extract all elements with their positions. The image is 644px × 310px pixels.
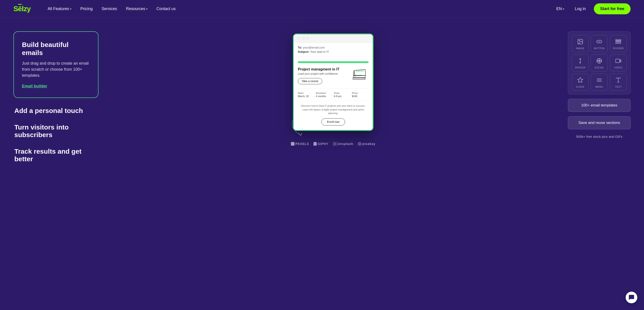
svg-line-2 bbox=[356, 70, 364, 71]
widget-spacer[interactable]: SPACER bbox=[572, 54, 588, 71]
unsplash-logo: Unsplash bbox=[333, 142, 353, 146]
course-title: Project managment in IT bbox=[298, 67, 348, 71]
heading-personal-touch: Add a personal touch bbox=[14, 107, 98, 114]
svg-line-3 bbox=[356, 71, 364, 72]
widget-icons[interactable]: ICONS bbox=[572, 74, 588, 91]
widget-image[interactable]: IMAGE bbox=[572, 35, 588, 52]
chevron-down-icon: ▾ bbox=[563, 7, 564, 10]
icons-icon bbox=[576, 76, 584, 84]
course-details: Start March, 20 Duration 4 months Time 6… bbox=[298, 92, 368, 97]
widget-grid: IMAGE BUTTON DIVIDER SPACER bbox=[568, 31, 630, 94]
spacer-icon bbox=[576, 57, 584, 65]
heading-track: Track results and get better bbox=[14, 148, 98, 163]
templates-button[interactable]: 100+ email templates bbox=[568, 99, 630, 112]
email-builder-card: Build beautiful emails Just drag and dro… bbox=[14, 31, 98, 98]
start-free-button[interactable]: Start for free bbox=[594, 3, 630, 14]
course-section: Project managment in IT Lead your projec… bbox=[298, 67, 368, 84]
traffic-dot-1 bbox=[298, 37, 300, 40]
navbar: Sēlzy All Features ▾ Pricing Services Re… bbox=[0, 0, 644, 18]
card-title: Build beautiful emails bbox=[22, 41, 90, 57]
email-subject: Subject: Your start in IT bbox=[298, 50, 368, 53]
nav-item-pricing[interactable]: Pricing bbox=[77, 5, 96, 13]
giphy-logo: GIPHY bbox=[314, 142, 328, 146]
button-icon bbox=[595, 37, 603, 46]
nav-item-services[interactable]: Services bbox=[98, 5, 120, 13]
widget-button[interactable]: BUTTON bbox=[591, 35, 608, 52]
svg-rect-21 bbox=[616, 59, 620, 63]
svg-point-12 bbox=[579, 40, 580, 41]
detail-duration: Duration 4 months bbox=[316, 92, 333, 97]
widget-menu[interactable]: MENU bbox=[591, 74, 608, 91]
login-button[interactable]: Log in bbox=[571, 5, 590, 13]
svg-rect-7 bbox=[314, 142, 317, 146]
chevron-down-icon: ▾ bbox=[70, 7, 72, 10]
course-subtitle: Lead your project with confidence bbox=[298, 72, 348, 75]
card-description: Just drag and drop to create an email fr… bbox=[22, 60, 90, 78]
email-builder-link[interactable]: Email builder bbox=[22, 84, 90, 89]
nav-item-contact[interactable]: Contact us bbox=[153, 5, 179, 13]
svg-rect-16 bbox=[616, 41, 621, 41]
take-course-button[interactable]: Take a course bbox=[298, 78, 322, 84]
social-icon bbox=[595, 57, 603, 65]
detail-price: Price $160 bbox=[352, 92, 369, 97]
email-header: To: your@email.com Subject: Your start i… bbox=[294, 43, 372, 57]
save-reuse-button[interactable]: Save and reuse sections bbox=[568, 116, 630, 129]
video-icon bbox=[614, 57, 622, 65]
language-selector[interactable]: EN ▾ bbox=[554, 5, 567, 13]
traffic-dot-3 bbox=[306, 37, 309, 40]
stock-pics-label: 500k+ free stock pics and GIFs bbox=[568, 135, 630, 138]
svg-rect-6 bbox=[292, 143, 293, 145]
svg-marker-23 bbox=[578, 77, 583, 82]
email-to: To: your@email.com bbox=[298, 46, 368, 49]
logo[interactable]: Sēlzy bbox=[14, 5, 31, 13]
left-panel: Build beautiful emails Just drag and dro… bbox=[14, 31, 98, 301]
traffic-dot-2 bbox=[302, 37, 304, 40]
nav-links: All Features ▾ Pricing Services Resource… bbox=[44, 5, 554, 13]
nav-right: EN ▾ Log in Start for free bbox=[554, 3, 630, 14]
text-icon bbox=[614, 76, 622, 84]
svg-point-9 bbox=[358, 142, 361, 145]
svg-point-10 bbox=[359, 143, 360, 144]
detail-start: Start March, 20 bbox=[298, 92, 314, 97]
nav-item-all-features[interactable]: All Features ▾ bbox=[44, 5, 75, 13]
widget-video[interactable]: VIDEO bbox=[610, 54, 627, 71]
right-panel: IMAGE BUTTON DIVIDER SPACER bbox=[568, 31, 630, 301]
email-divider bbox=[298, 88, 368, 89]
email-green-bar bbox=[298, 61, 368, 63]
divider-icon bbox=[614, 37, 622, 46]
svg-rect-15 bbox=[616, 39, 621, 41]
svg-rect-0 bbox=[353, 78, 365, 79]
nav-item-resources[interactable]: Resources ▾ bbox=[122, 5, 151, 13]
pixabay-logo: pixabay bbox=[358, 142, 376, 146]
email-mockup-wrapper: To: your@email.com Subject: Your start i… bbox=[293, 33, 374, 131]
main-content: Build beautiful emails Just drag and dro… bbox=[0, 18, 644, 310]
center-bottom: PEXELS GIPHY Unsplash pixabay bbox=[108, 138, 559, 146]
menu-icon bbox=[595, 76, 603, 84]
detail-time: Time 6-8 pm bbox=[334, 92, 351, 97]
heading-visitors: Turn visitors into subscribers bbox=[14, 123, 98, 139]
email-title-bar bbox=[294, 34, 372, 43]
svg-rect-17 bbox=[616, 42, 621, 44]
enroll-button[interactable]: Enroll now bbox=[321, 118, 345, 125]
chat-bubble-button[interactable] bbox=[626, 292, 637, 303]
pexels-logo: PEXELS bbox=[291, 142, 309, 146]
center-panel: To: your@email.com Subject: Your start i… bbox=[108, 31, 559, 301]
widget-text[interactable]: TEXT bbox=[610, 74, 627, 91]
email-divider-2 bbox=[298, 101, 368, 101]
stock-logos: PEXELS GIPHY Unsplash pixabay bbox=[291, 142, 376, 146]
chevron-down-icon: ▾ bbox=[146, 7, 148, 10]
svg-rect-8 bbox=[333, 142, 336, 146]
arrow-decoration bbox=[286, 112, 313, 140]
widget-divider[interactable]: DIVIDER bbox=[610, 35, 627, 52]
image-icon bbox=[576, 37, 584, 46]
widget-social[interactable]: SOCIAL bbox=[591, 54, 608, 71]
book-illustration bbox=[351, 67, 368, 84]
